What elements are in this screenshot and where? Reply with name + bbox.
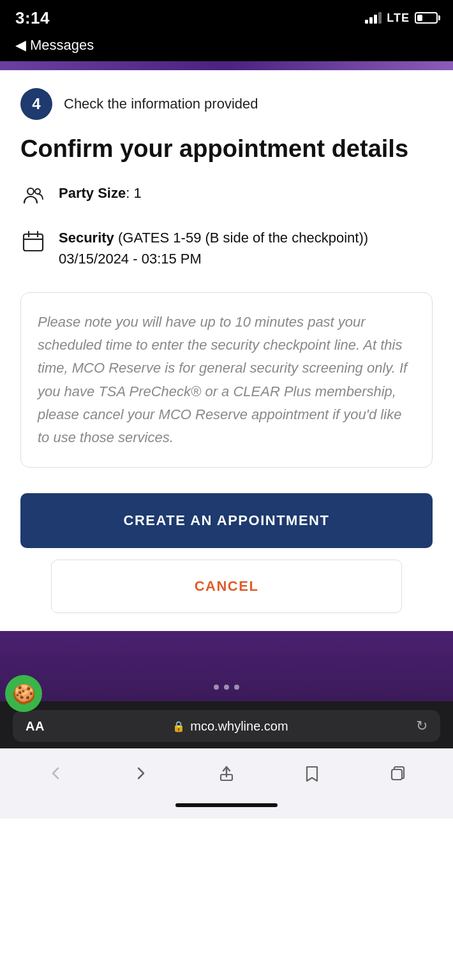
note-text: Please note you will have up to 10 minut… [38, 311, 415, 450]
messages-nav[interactable]: ◀ Messages [0, 34, 453, 61]
party-size-colon: : [126, 185, 133, 201]
reload-icon[interactable]: ↻ [416, 718, 427, 734]
signal-bar-2 [369, 17, 373, 24]
svg-rect-8 [392, 769, 402, 780]
browser-url-area: 🔒 mco.whyline.com [52, 719, 408, 734]
svg-point-0 [27, 188, 34, 195]
browser-toolbar [0, 748, 453, 797]
svg-rect-2 [24, 234, 43, 251]
chat-bubble[interactable]: 🍪 [5, 675, 42, 712]
footer-dots [214, 685, 239, 690]
bookmarks-button[interactable] [296, 757, 328, 789]
step-header: 4 Check the information provided [20, 88, 433, 120]
svg-point-1 [35, 189, 40, 194]
browser-aa-label[interactable]: AA [26, 719, 45, 734]
footer-purple [0, 631, 453, 701]
browser-inner[interactable]: AA 🔒 mco.whyline.com ↻ [13, 710, 440, 742]
back-chevron-icon: ◀ [15, 37, 26, 54]
step-label: Check the information provided [64, 96, 258, 112]
signal-bar-3 [374, 15, 377, 24]
signal-bars [365, 12, 382, 24]
cancel-button[interactable]: CANCEL [51, 560, 401, 613]
create-appointment-button[interactable]: CREATE AN APPOINTMENT [20, 493, 433, 548]
note-box: Please note you will have up to 10 minut… [20, 292, 433, 468]
security-label: Security [59, 230, 114, 246]
footer-dot-3 [234, 685, 239, 690]
security-date: 03/15/2024 - 03:15 PM [59, 251, 202, 267]
battery-icon: 23 [415, 12, 438, 24]
forward-button[interactable] [125, 757, 157, 789]
messages-back-label: Messages [30, 37, 94, 54]
signal-bar-1 [365, 20, 368, 24]
party-size-label: Party Size [59, 185, 126, 201]
page-title: Confirm your appointment details [20, 135, 433, 163]
party-size-value: 1 [133, 185, 141, 201]
footer-dot-1 [214, 685, 219, 690]
banner [0, 61, 453, 70]
lte-label: LTE [387, 11, 410, 25]
status-bar: 3:14 LTE 23 [0, 0, 453, 34]
tabs-button[interactable] [382, 757, 413, 789]
back-button[interactable] [40, 757, 71, 789]
lock-icon: 🔒 [172, 720, 185, 732]
battery-box: 23 [415, 12, 438, 24]
step-number: 4 [20, 88, 52, 120]
party-size-icon [20, 184, 46, 209]
party-size-row: Party Size: 1 [20, 182, 433, 209]
security-text: Security (GATES 1-59 (B side of the chec… [59, 227, 368, 269]
calendar-icon [20, 228, 46, 254]
share-button[interactable] [211, 757, 242, 789]
main-content: 4 Check the information provided Confirm… [0, 70, 453, 631]
browser-url: mco.whyline.com [190, 719, 288, 734]
security-row: Security (GATES 1-59 (B side of the chec… [20, 227, 433, 269]
party-size-text: Party Size: 1 [59, 182, 142, 204]
footer-dot-2 [224, 685, 229, 690]
signal-bar-4 [378, 12, 382, 24]
status-right: LTE 23 [365, 11, 438, 25]
browser-bar: AA 🔒 mco.whyline.com ↻ [0, 701, 453, 748]
status-time: 3:14 [15, 8, 50, 28]
home-bar [175, 803, 278, 807]
battery-label: 23 [422, 14, 430, 22]
home-indicator [0, 797, 453, 819]
security-location-val: (GATES 1-59 (B side of the checkpoint)) [118, 230, 368, 246]
chat-bubble-icon: 🍪 [12, 683, 36, 705]
